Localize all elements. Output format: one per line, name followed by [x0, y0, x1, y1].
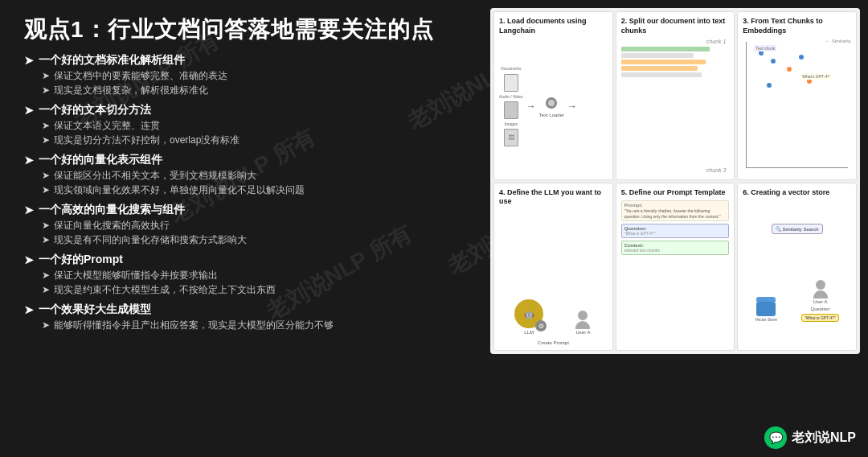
create-prompt-label: Create Prompt	[538, 340, 569, 345]
section-5-header: ➤ 一个好的Prompt	[24, 253, 474, 267]
cell-3-content: ← Similarity Text chunk	[743, 39, 851, 174]
diagram-cell-1: 1. Load documents using Langchain Docume…	[493, 11, 613, 180]
right-col: User A Question "What is GPT-4?"	[801, 280, 839, 322]
db-cylinder	[756, 302, 776, 316]
wechat-icon: 💬	[764, 426, 787, 449]
sub-item: ➤ 保证文本语义完整、连贯	[42, 118, 474, 133]
text-line-5	[621, 72, 702, 77]
section-4-header: ➤ 一个高效的向量化搜索与组件	[24, 203, 474, 217]
llm-label: LLM	[524, 330, 534, 335]
chunk1-label: chunk 1	[706, 39, 727, 44]
sub-item: ➤ 现实是文档很复杂，解析很难标准化	[42, 83, 474, 97]
cell-6-title: 6. Creating a vector store	[743, 188, 851, 198]
sub-item: ➤ 保证能区分出不相关文本，受到文档规模影响大	[42, 168, 474, 183]
cell-4-content: 🤖 ⚙ LLM User A Create Prompt	[499, 210, 608, 345]
gear-svg	[542, 95, 561, 111]
cell5-visual: Prompt: "You are a friendly chatbot. Ans…	[621, 200, 730, 345]
doc-icon-image: 🖼	[504, 129, 518, 146]
arrow-main-6: ➤	[24, 303, 34, 316]
section-4: ➤ 一个高效的向量化搜索与组件 ➤ 保证向量化搜索的高效执行 ➤ 现实是有不同的…	[24, 203, 474, 247]
doc-icon-audio	[504, 101, 518, 119]
page-title: 观点1：行业文档问答落地需要关注的点	[24, 14, 474, 45]
prompt-title: Prompt:	[624, 203, 727, 208]
cell-4-title: 4. Define the LLM you want to use	[499, 188, 608, 207]
right-panel: 1. Load documents using Langchain Docume…	[490, 0, 868, 457]
question-content: "What is GPT-4?"	[624, 231, 727, 236]
section-4-subs: ➤ 保证向量化搜索的高效执行 ➤ 现实是有不同的向量化存储和搜索方式影响大	[24, 218, 474, 247]
bottom-row: Vector Store User A Question "What is GP…	[743, 280, 851, 322]
axis-v	[746, 42, 747, 167]
vs-label: Vector Store	[755, 317, 777, 322]
documents-label: Documents	[501, 66, 521, 71]
user-icon-section: User A	[574, 311, 592, 335]
section-2-header: ➤ 一个好的文本切分方法	[24, 103, 474, 117]
arrow-sub: ➤	[42, 118, 50, 133]
arrow-sub: ➤	[42, 268, 50, 282]
sub-item: ➤ 保证大模型能够听懂指令并按要求输出	[42, 268, 474, 282]
cell-1-title: 1. Load documents using Langchain	[499, 17, 608, 35]
dot-2	[771, 59, 776, 64]
user-head	[578, 311, 588, 320]
text-line-1	[621, 47, 710, 51]
arrow-main-1: ➤	[24, 54, 34, 67]
arrow-after-loader: →	[567, 101, 577, 112]
section-3-subs: ➤ 保证能区分出不相关文本，受到文档规模影响大 ➤ 现实领域向量化效果不好，单独…	[24, 168, 474, 197]
arrow-sub: ➤	[42, 168, 50, 183]
images-label: Images	[505, 121, 518, 126]
diagram-cell-6: 6. Creating a vector store 🔍 Similarity …	[737, 183, 857, 352]
text-line-4	[621, 66, 698, 71]
audio-video-label: Audio / Video	[499, 94, 523, 99]
text-lines	[621, 47, 730, 77]
user-a-label: User A	[575, 330, 590, 335]
cell4-visual: 🤖 ⚙ LLM User A	[499, 299, 608, 338]
cell6-visual: 🔍 Similarity Search Vector Store	[743, 200, 851, 345]
diagram-cell-2: 2. Split our document into text chunks c…	[616, 11, 735, 180]
arrow-main-3: ➤	[24, 154, 34, 167]
section-5-subs: ➤ 保证大模型能够听懂指令并按要求输出 ➤ 现实是约束不住大模型生成，不按给定上…	[24, 268, 474, 297]
arrow-sub: ➤	[42, 282, 50, 297]
arrow-to-loader: →	[526, 101, 536, 112]
embedding-dots: Text chunk What's GPT-4?	[743, 39, 851, 174]
question-bubble: "What is GPT-4?"	[801, 314, 839, 322]
cell-5-title: 5. Define our Prompt Template	[621, 188, 730, 198]
user-head-vs	[816, 280, 825, 290]
arrow-main-2: ➤	[24, 104, 34, 117]
section-3-header: ➤ 一个好的向量化表示组件	[24, 153, 474, 167]
axis-h	[746, 167, 848, 168]
arrow-sub: ➤	[42, 183, 50, 197]
query-label: What's GPT-4?	[800, 73, 831, 80]
vector-store-icon: Vector Store	[755, 297, 777, 322]
dot-4	[799, 55, 804, 60]
question-box: Question: "What is GPT-4?"	[621, 224, 730, 238]
prompt-box: Prompt: "You are a friendly chatbot. Ans…	[621, 200, 730, 221]
dot-6	[767, 83, 772, 88]
brand-name: 老刘说NLP	[792, 430, 856, 447]
section-1-subs: ➤ 保证文档中的要素能够完整、准确的表达 ➤ 现实是文档很复杂，解析很难标准化	[24, 68, 474, 97]
llm-section: 🤖 ⚙ LLM	[514, 299, 543, 335]
cell-6-content: 🔍 Similarity Search Vector Store	[743, 200, 851, 345]
sub-item: ➤ 能够听得懂指令并且产出相应答案，现实是大模型的区分能力不够	[42, 318, 474, 332]
user-body	[575, 321, 590, 329]
sub-item: ➤ 现实领域向量化效果不好，单独使用向量化不足以解决问题	[42, 183, 474, 197]
arrow-sub: ➤	[42, 233, 50, 247]
svg-point-1	[548, 100, 555, 106]
content-list: ➤ 一个好的文档标准化解析组件 ➤ 保证文档中的要素能够完整、准确的表达 ➤ 现…	[24, 53, 474, 335]
diagram-cell-5: 5. Define our Prompt Template Prompt: "Y…	[616, 183, 735, 352]
arrow-sub: ➤	[42, 218, 50, 233]
section-5: ➤ 一个好的Prompt ➤ 保证大模型能够听懂指令并按要求输出 ➤ 现实是约束…	[24, 253, 474, 297]
left-panel: 观点1：行业文档问答落地需要关注的点 ➤ 一个好的文档标准化解析组件 ➤ 保证文…	[0, 0, 490, 457]
section-2: ➤ 一个好的文本切分方法 ➤ 保证文本语义完整、连贯 ➤ 现实是切分方法不好控制…	[24, 103, 474, 147]
cell-3-title: 3. From Text Chunks to Embeddings	[743, 17, 851, 35]
sub-item: ➤ 保证文档中的要素能够完整、准确的表达	[42, 68, 474, 83]
similarity-search-label: 🔍 Similarity Search	[776, 226, 819, 232]
main-container: 观点1：行业文档问答落地需要关注的点 ➤ 一个好的文档标准化解析组件 ➤ 保证文…	[0, 0, 868, 457]
cell2-visual: chunk 1 chunk 3	[621, 39, 730, 174]
user-body-vs	[813, 290, 828, 298]
dot-1	[759, 51, 764, 56]
user-icon-vs: User A	[812, 280, 829, 304]
dot-3	[787, 67, 792, 72]
gear-decoration: ⚙	[535, 320, 547, 331]
chunk3-label: chunk 3	[706, 167, 727, 173]
section-1-header: ➤ 一个好的文档标准化解析组件	[24, 53, 474, 68]
doc-icon-1	[504, 74, 518, 92]
